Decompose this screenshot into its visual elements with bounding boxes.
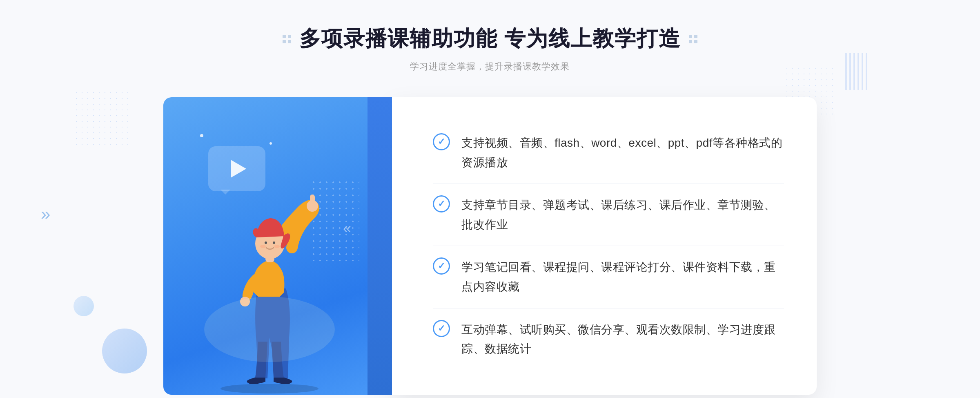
dots-decoration-left	[74, 90, 131, 147]
person-illustration	[180, 158, 359, 395]
dot	[694, 40, 697, 43]
feature-item-2: ✓ 支持章节目录、弹题考试、课后练习、课后作业、章节测验、批改作业	[433, 184, 784, 246]
svg-rect-2	[310, 195, 315, 208]
dot	[288, 35, 291, 38]
feature-text-1: 支持视频、音频、flash、word、excel、ppt、pdf等各种格式的资源…	[461, 133, 784, 172]
feature-item-4: ✓ 互动弹幕、试听购买、微信分享、观看次数限制、学习进度跟踪、数据统计	[433, 309, 784, 370]
left-panel: «	[163, 97, 392, 395]
circle-decoration-left	[102, 329, 147, 373]
dot	[694, 35, 697, 38]
title-row: 多项录播课辅助功能 专为线上教学打造	[283, 25, 697, 53]
check-mark-2: ✓	[438, 199, 445, 208]
check-icon-2: ✓	[433, 195, 450, 212]
check-mark-1: ✓	[438, 137, 445, 146]
check-icon-3: ✓	[433, 257, 450, 275]
feature-text-2: 支持章节目录、弹题考试、课后练习、课后作业、章节测验、批改作业	[461, 195, 784, 234]
feature-text-4: 互动弹幕、试听购买、微信分享、观看次数限制、学习进度跟踪、数据统计	[461, 320, 784, 359]
check-icon-1: ✓	[433, 133, 450, 150]
page-header: 多项录播课辅助功能 专为线上教学打造 学习进度全掌握，提升录播课教学效果	[283, 25, 697, 73]
feature-item-3: ✓ 学习笔记回看、课程提问、课程评论打分、课件资料下载，重点内容收藏	[433, 246, 784, 308]
page-subtitle: 学习进度全掌握，提升录播课教学效果	[283, 60, 697, 73]
left-panel-bar	[368, 97, 392, 395]
check-mark-4: ✓	[438, 324, 445, 333]
dot	[283, 40, 286, 43]
dot	[689, 35, 692, 38]
page-wrapper: » 多项录播课辅助功能 专为线上教学打造	[0, 0, 980, 398]
circle-decoration-small	[74, 296, 94, 316]
sparkle-2	[270, 142, 272, 145]
arrow-decoration-left: »	[41, 204, 50, 224]
svg-point-6	[265, 241, 267, 244]
feature-item-1: ✓ 支持视频、音频、flash、word、excel、ppt、pdf等各种格式的…	[433, 122, 784, 184]
check-mark-3: ✓	[438, 262, 445, 271]
title-deco-left	[283, 35, 291, 43]
deco-dots-right	[689, 35, 697, 43]
deco-dots-left	[283, 35, 291, 43]
svg-point-8	[260, 245, 266, 248]
svg-point-0	[220, 384, 318, 394]
dot	[689, 40, 692, 43]
main-content: «	[163, 97, 817, 395]
svg-point-7	[273, 241, 275, 244]
page-title: 多项录播课辅助功能 专为线上教学打造	[299, 25, 681, 53]
feature-text-3: 学习笔记回看、课程提问、课程评论打分、课件资料下载，重点内容收藏	[461, 257, 784, 296]
dot	[288, 40, 291, 43]
stripes-decoration	[845, 53, 870, 90]
svg-point-10	[204, 297, 335, 362]
svg-point-9	[274, 245, 280, 248]
sparkle-1	[200, 134, 203, 137]
check-icon-4: ✓	[433, 320, 450, 337]
dot	[283, 35, 286, 38]
title-deco-right	[689, 35, 697, 43]
right-panel: ✓ 支持视频、音频、flash、word、excel、ppt、pdf等各种格式的…	[392, 97, 817, 395]
